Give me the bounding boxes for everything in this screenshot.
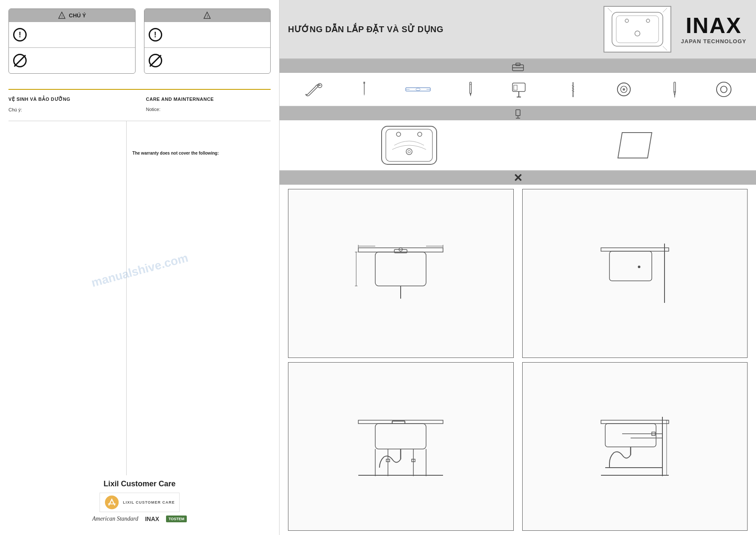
huong-dan-title: HƯỚNG DẪN LẮP ĐẶT VÀ SỬ DỤNG — [288, 24, 595, 34]
parts-bracket-icon — [512, 108, 523, 119]
front-view-svg — [354, 244, 447, 303]
japan-tech-text: JAPAN TECHNOLOGY — [680, 38, 748, 44]
warning-section-prohibited-2 — [144, 47, 271, 73]
svg-line-11 — [663, 8, 667, 12]
svg-point-8 — [646, 19, 650, 22]
marker-icon — [462, 81, 479, 97]
svg-rect-5 — [612, 12, 663, 46]
plumbing-side-box — [522, 362, 748, 531]
svg-text:!: ! — [61, 14, 63, 18]
warranty-left — [8, 121, 127, 475]
warning-triangle-icon-2: ! — [203, 11, 211, 19]
warning-section-mandatory: ! — [9, 22, 135, 47]
svg-rect-6 — [616, 16, 659, 43]
diagram-row-bottom — [288, 362, 748, 531]
prohibited-icon-2 — [149, 54, 162, 67]
inax-brand-name: INAX — [680, 14, 748, 36]
lixil-text: LIXIL CUSTOMER CARE — [123, 500, 175, 505]
install-diagrams — [280, 185, 756, 535]
jigsaw-icon — [510, 81, 532, 98]
svg-point-49 — [396, 132, 401, 136]
svg-rect-14 — [516, 63, 520, 66]
plumbing-front-svg — [354, 417, 447, 476]
drill-bit-icon — [563, 81, 583, 97]
warning-section-prohibited — [9, 47, 135, 73]
svg-point-43 — [720, 86, 727, 92]
care-title-vi: VỆ SINH VÀ BẢO DƯỠNG — [8, 97, 133, 102]
warranty-text: The warranty does not cover the followin… — [133, 151, 265, 155]
plumbing-side-svg — [597, 417, 673, 476]
svg-rect-44 — [516, 110, 520, 116]
level-icon — [405, 83, 431, 96]
svg-marker-25 — [470, 94, 471, 97]
hose-roll-icon — [614, 81, 634, 97]
note-en: Notice: — [146, 107, 271, 112]
warning-header-1: ! CHÚ Ý — [9, 9, 135, 22]
tostem-badge: TOSTEM — [166, 516, 187, 522]
care-col-en: CARE AND MAINTERNANCE Notice: — [146, 97, 271, 112]
brand-logos-row: American Standard INAX TOSTEM — [8, 516, 271, 522]
plumbing-front-box — [288, 362, 514, 531]
mandatory-icon-2: ! — [149, 28, 162, 42]
mandatory-icon: ! — [13, 28, 27, 42]
footer-section: Lixil Customer Care LIXIL CUSTOMER CARE … — [8, 475, 271, 527]
warning-row: ! CHÚ Ý ! ! ! — [8, 8, 271, 74]
warning-box-1: ! CHÚ Ý ! — [8, 8, 136, 74]
sink-preview-svg — [606, 8, 669, 50]
parts-section-bar — [280, 107, 756, 120]
wrench-icon — [304, 81, 323, 97]
right-panel: HƯỚNG DẪN LẮP ĐẶT VÀ SỬ DỤNG INAX JAPAN — [280, 0, 756, 535]
svg-marker-53 — [618, 133, 652, 158]
inax-small-label: INAX — [145, 516, 159, 522]
screwdriver-icon — [354, 81, 374, 97]
svg-point-52 — [408, 150, 410, 153]
prohibited-icon — [13, 54, 27, 67]
warning-title-1: CHÚ Ý — [69, 12, 86, 19]
side-view-svg — [597, 244, 673, 303]
svg-marker-19 — [364, 94, 365, 96]
side-view-box — [522, 189, 748, 358]
warranty-area: The warranty does not cover the followin… — [8, 121, 271, 475]
svg-point-38 — [623, 88, 625, 91]
svg-point-69 — [638, 266, 640, 268]
svg-rect-28 — [514, 85, 517, 90]
svg-point-9 — [635, 31, 640, 36]
svg-rect-24 — [470, 82, 471, 94]
parts-row — [280, 120, 756, 171]
inax-title-col: HƯỚNG DẪN LẮP ĐẶT VÀ SỬ DỤNG — [288, 24, 595, 34]
x-mark-icon: ✕ — [513, 172, 523, 185]
divider-orange — [8, 89, 271, 90]
install-section-bar: ✕ — [280, 171, 756, 185]
svg-rect-67 — [609, 251, 652, 281]
svg-rect-84 — [605, 424, 656, 447]
diagram-row-top — [288, 189, 748, 358]
svg-point-21 — [416, 88, 420, 91]
sink-preview-box — [604, 6, 671, 53]
warning-triangle-icon: ! — [58, 11, 66, 19]
caulk-icon — [665, 81, 684, 97]
washer-icon — [716, 81, 732, 97]
lixil-logo: LIXIL CUSTOMER CARE — [100, 493, 180, 512]
inax-header: HƯỚNG DẪN LẮP ĐẶT VÀ SỬ DỤNG INAX JAPAN — [280, 0, 756, 59]
svg-rect-55 — [375, 252, 426, 286]
svg-point-4 — [105, 496, 119, 509]
footer-logos: LIXIL CUSTOMER CARE — [8, 493, 271, 512]
warning-box-2: ! ! — [144, 8, 271, 74]
svg-point-42 — [717, 82, 731, 97]
note-vi: Chú ý: — [8, 107, 133, 112]
warning-section-mandatory-2: ! — [144, 22, 271, 47]
care-title-en: CARE AND MAINTERNANCE — [146, 97, 271, 102]
inax-brand-col: INAX JAPAN TECHNOLOGY — [680, 14, 748, 44]
care-col-vi: VỆ SINH VÀ BẢO DƯỠNG Chú ý: — [8, 97, 133, 112]
warranty-right: The warranty does not cover the followin… — [127, 121, 271, 475]
svg-point-7 — [625, 19, 629, 22]
svg-marker-32 — [572, 96, 574, 97]
american-standard-label: American Standard — [92, 516, 138, 522]
svg-rect-71 — [375, 424, 426, 449]
svg-line-12 — [663, 46, 667, 50]
sink-top-view-svg — [379, 124, 439, 166]
tools-row — [280, 73, 756, 107]
warning-header-2: ! — [144, 9, 271, 22]
template-board-svg — [614, 130, 656, 160]
left-panel: manualshive.com ! CHÚ Ý ! — [0, 0, 280, 535]
